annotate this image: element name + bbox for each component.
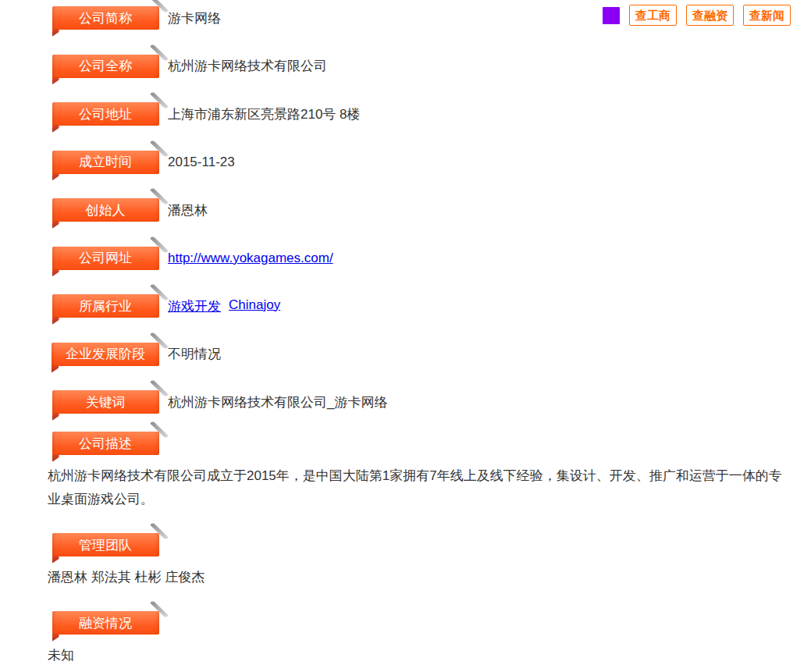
section-label: 公司描述 xyxy=(79,435,132,453)
label-column: 关键词 xyxy=(43,390,168,414)
section-financing-status: 融资情况 未知 xyxy=(43,611,792,667)
label-column: 公司简称 xyxy=(43,6,168,30)
website-link[interactable]: http://www.yokagames.com/ xyxy=(168,251,333,266)
company-profile: 公司简称 游卡网络 公司全称 杭州游卡网络技术有限公司 公司地址 上海市浦东新区… xyxy=(43,6,792,667)
field-value-full-name: 杭州游卡网络技术有限公司 xyxy=(168,57,327,75)
check-news-button[interactable]: 查新闻 xyxy=(743,5,791,26)
ribbon-label-short-name: 公司简称 xyxy=(52,6,159,30)
label-column: 创始人 xyxy=(43,198,168,222)
ribbon-label-keywords: 关键词 xyxy=(52,390,159,414)
ribbon-label-development-stage: 企业发展阶段 xyxy=(52,343,159,366)
field-row-address: 公司地址 上海市浦东新区亮景路210号 8楼 xyxy=(43,102,792,126)
ribbon-label-management-team: 管理团队 xyxy=(52,533,159,556)
field-label: 公司网址 xyxy=(79,249,132,267)
field-value-address: 上海市浦东新区亮景路210号 8楼 xyxy=(168,105,361,123)
ribbon-label-full-name: 公司全称 xyxy=(52,55,159,78)
field-row-industry: 所属行业 游戏开发 Chinajoy xyxy=(43,294,792,318)
ribbon-label-website: 公司网址 xyxy=(52,247,159,270)
field-value-founder: 潘恩林 xyxy=(168,201,208,219)
toolbar: 查工商 查融资 查新闻 xyxy=(603,5,791,26)
field-label: 公司简称 xyxy=(79,9,132,27)
field-row-website: 公司网址 http://www.yokagames.com/ xyxy=(43,247,792,270)
label-column: 企业发展阶段 xyxy=(43,343,168,366)
field-value-keywords: 杭州游卡网络技术有限公司_游卡网络 xyxy=(168,393,387,411)
field-row-keywords: 关键词 杭州游卡网络技术有限公司_游卡网络 xyxy=(43,390,792,414)
financing-status-text: 未知 xyxy=(48,644,791,667)
field-row-founded-date: 成立时间 2015-11-23 xyxy=(43,151,792,174)
label-column: 融资情况 xyxy=(43,611,168,635)
section-head: 公司描述 xyxy=(43,432,792,455)
section-company-description: 公司描述 杭州游卡网络技术有限公司成立于2015年，是中国大陆第1家拥有7年线上… xyxy=(43,432,792,511)
field-value-short-name: 游卡网络 xyxy=(168,9,221,27)
ribbon-label-address: 公司地址 xyxy=(52,102,159,126)
label-column: 公司地址 xyxy=(43,102,168,126)
check-financing-button[interactable]: 查融资 xyxy=(686,5,734,26)
section-management-team: 管理团队 潘恩林 郑法其 杜彬 庄俊杰 xyxy=(43,533,792,589)
label-column: 公司全称 xyxy=(43,55,168,78)
industry-link-game-dev[interactable]: 游戏开发 xyxy=(168,297,221,315)
ribbon-label-financing-status: 融资情况 xyxy=(52,611,159,635)
field-label: 公司全称 xyxy=(79,57,132,75)
field-row-development-stage: 企业发展阶段 不明情况 xyxy=(43,343,792,366)
field-label: 关键词 xyxy=(86,393,126,411)
field-value-founded-date: 2015-11-23 xyxy=(168,155,235,170)
field-label: 成立时间 xyxy=(79,153,132,171)
ribbon-label-company-description: 公司描述 xyxy=(52,432,159,455)
section-head: 管理团队 xyxy=(43,533,792,556)
ribbon-label-founder: 创始人 xyxy=(52,198,159,222)
company-description-text: 杭州游卡网络技术有限公司成立于2015年，是中国大陆第1家拥有7年线上及线下经验… xyxy=(48,464,791,511)
label-column: 公司网址 xyxy=(43,247,168,270)
section-head: 融资情况 xyxy=(43,611,792,635)
industry-links: 游戏开发 Chinajoy xyxy=(168,297,280,315)
field-row-full-name: 公司全称 杭州游卡网络技术有限公司 xyxy=(43,55,792,78)
field-row-founder: 创始人 潘恩林 xyxy=(43,198,792,222)
label-column: 成立时间 xyxy=(43,151,168,174)
industry-link-chinajoy[interactable]: Chinajoy xyxy=(229,297,280,315)
field-label: 企业发展阶段 xyxy=(66,345,145,363)
section-label: 管理团队 xyxy=(79,536,132,554)
section-label: 融资情况 xyxy=(79,614,132,632)
ribbon-label-industry: 所属行业 xyxy=(52,294,159,318)
field-label: 创始人 xyxy=(86,201,126,219)
label-column: 管理团队 xyxy=(43,533,168,556)
field-value-development-stage: 不明情况 xyxy=(168,345,221,363)
ribbon-label-founded-date: 成立时间 xyxy=(52,151,159,174)
management-team-text: 潘恩林 郑法其 杜彬 庄俊杰 xyxy=(48,566,791,589)
field-label: 所属行业 xyxy=(79,297,132,315)
check-business-registration-button[interactable]: 查工商 xyxy=(629,5,677,26)
label-column: 所属行业 xyxy=(43,294,168,318)
field-label: 公司地址 xyxy=(79,105,132,123)
label-column: 公司描述 xyxy=(43,432,168,455)
color-swatch xyxy=(603,7,620,24)
